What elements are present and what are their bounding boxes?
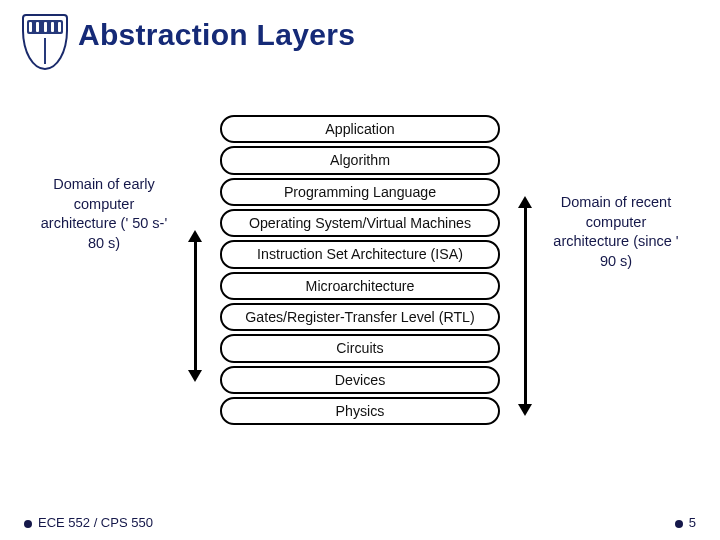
page-number-text: 5 <box>689 515 696 530</box>
layer-application: Application <box>220 115 500 143</box>
layer-devices: Devices <box>220 366 500 394</box>
logo-shield-icon <box>22 14 68 70</box>
layer-programming-language: Programming Language <box>220 178 500 206</box>
left-caption: Domain of early computer architecture ('… <box>38 175 170 253</box>
layer-physics: Physics <box>220 397 500 425</box>
arrow-down-icon <box>188 370 202 382</box>
course-text: ECE 552 / CPS 550 <box>38 515 153 530</box>
page-number: 5 <box>675 515 696 530</box>
right-caption: Domain of recent computer architecture (… <box>550 193 682 271</box>
header: Abstraction Layers <box>0 0 720 70</box>
abstraction-diagram: Domain of early computer architecture ('… <box>0 115 720 425</box>
layer-os-vm: Operating System/Virtual Machines <box>220 209 500 237</box>
bullet-icon <box>24 520 32 528</box>
arrow-up-icon <box>188 230 202 242</box>
layer-isa: Instruction Set Architecture (ISA) <box>220 240 500 268</box>
page-title: Abstraction Layers <box>78 18 355 52</box>
arrow-up-icon <box>518 196 532 208</box>
right-domain-arrow <box>518 201 532 411</box>
layer-rtl: Gates/Register-Transfer Level (RTL) <box>220 303 500 331</box>
left-caption-col: Domain of early computer architecture ('… <box>38 175 170 253</box>
layer-circuits: Circuits <box>220 334 500 362</box>
right-caption-col: Domain of recent computer architecture (… <box>550 193 682 271</box>
layer-algorithm: Algorithm <box>220 146 500 174</box>
layer-stack: Application Algorithm Programming Langua… <box>220 115 500 425</box>
layer-microarchitecture: Microarchitecture <box>220 272 500 300</box>
footer: ECE 552 / CPS 550 5 <box>24 515 696 530</box>
arrow-down-icon <box>518 404 532 416</box>
left-domain-arrow <box>188 201 202 411</box>
course-code: ECE 552 / CPS 550 <box>24 515 153 530</box>
slide: Abstraction Layers Domain of early compu… <box>0 0 720 540</box>
bullet-icon <box>675 520 683 528</box>
